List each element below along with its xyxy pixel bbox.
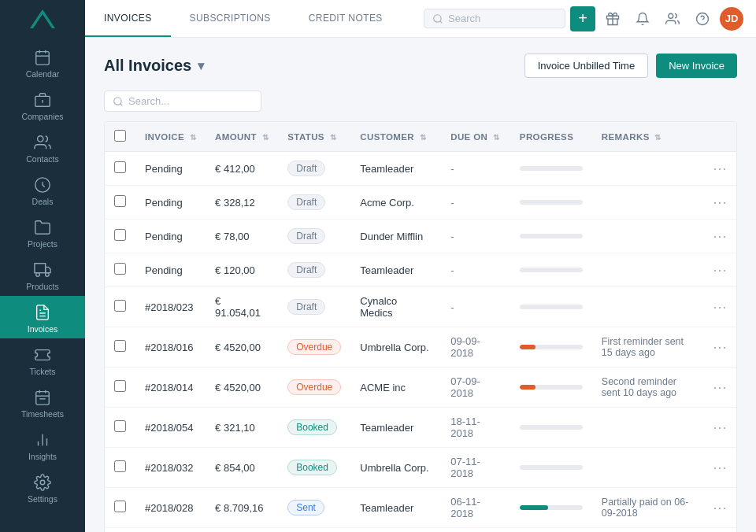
row-customer: Umbrella Corp. (350, 327, 441, 368)
row-progress (510, 408, 592, 448)
row-checkbox[interactable] (114, 229, 126, 241)
row-checkbox[interactable] (114, 501, 126, 512)
row-checkbox-cell[interactable] (105, 528, 135, 533)
th-progress[interactable]: PROGRESS (510, 122, 592, 152)
sidebar-item-contacts[interactable]: Contacts (0, 126, 85, 168)
row-menu-button[interactable]: ⋯ (703, 448, 736, 488)
row-checkbox-cell[interactable] (105, 287, 135, 327)
row-checkbox-cell[interactable] (105, 368, 135, 408)
th-customer[interactable]: CUSTOMER ⇅ (350, 122, 441, 152)
page-header: All Invoices ▾ Invoice Unbilled Time New… (104, 54, 737, 78)
row-checkbox-cell[interactable] (105, 253, 135, 287)
help-icon-button[interactable] (690, 6, 715, 31)
insights-icon (34, 431, 51, 449)
row-checkbox[interactable] (114, 195, 126, 207)
th-due-on[interactable]: DUE ON ⇅ (441, 122, 510, 152)
select-all-checkbox[interactable] (114, 130, 126, 142)
row-amount: € 328,12 (206, 186, 278, 220)
row-customer: ACME inc (350, 368, 441, 408)
sidebar-item-companies[interactable]: Companies (0, 83, 85, 126)
row-menu-button[interactable]: ⋯ (703, 220, 736, 253)
row-progress (510, 368, 592, 408)
th-invoice[interactable]: INVOICE ⇅ (135, 122, 206, 152)
bell-icon-button[interactable] (630, 6, 655, 31)
row-checkbox[interactable] (114, 263, 126, 275)
calendar-icon (34, 49, 51, 66)
th-amount[interactable]: AMOUNT ⇅ (206, 122, 278, 152)
row-checkbox-cell[interactable] (105, 152, 135, 186)
row-remarks: Second reminder sent 10 days ago (592, 368, 703, 408)
row-checkbox[interactable] (114, 460, 126, 472)
sidebar-item-timesheets[interactable]: Timesheets (0, 381, 85, 423)
users-icon-button[interactable] (660, 6, 685, 31)
svg-marker-11 (46, 267, 50, 272)
invoice-search-input[interactable] (128, 95, 246, 107)
bell-icon (636, 12, 650, 26)
row-status: Draft (278, 220, 350, 253)
tab-credit-notes[interactable]: CREDIT NOTES (290, 0, 402, 37)
sidebar-item-tickets[interactable]: Tickets (0, 338, 85, 381)
filter-search-icon (113, 96, 124, 107)
row-due-on: 18-11-2018 (441, 408, 510, 448)
invoice-search-bar[interactable] (104, 91, 261, 112)
row-checkbox[interactable] (114, 340, 126, 352)
row-due-on: 07-09-2018 (441, 368, 510, 408)
row-checkbox[interactable] (114, 420, 126, 432)
th-status[interactable]: STATUS ⇅ (278, 122, 350, 152)
row-progress (510, 488, 592, 528)
row-remarks (592, 448, 703, 488)
user-avatar[interactable]: JD (720, 7, 743, 31)
invoice-unbilled-time-button[interactable]: Invoice Unbilled Time (524, 54, 649, 78)
sidebar-item-products[interactable]: Products (0, 253, 85, 296)
page-title[interactable]: All Invoices ▾ (104, 57, 204, 75)
sidebar-item-projects[interactable]: Projects (0, 211, 85, 253)
row-status: Overdue (278, 368, 350, 408)
row-menu-button[interactable]: ⋯ (703, 488, 736, 528)
row-checkbox-cell[interactable] (105, 220, 135, 253)
row-menu-button[interactable]: ⋯ (703, 368, 736, 408)
row-checkbox-cell[interactable] (105, 186, 135, 220)
row-progress (510, 186, 592, 220)
sidebar-item-calendar[interactable]: Calendar (0, 41, 85, 83)
row-checkbox-cell[interactable] (105, 448, 135, 488)
row-checkbox[interactable] (114, 161, 126, 173)
row-remarks: First reminder sent 15 days ago (592, 327, 703, 368)
row-checkbox[interactable] (114, 300, 126, 312)
row-checkbox-cell[interactable] (105, 327, 135, 368)
progress-bar-container (520, 305, 583, 309)
new-invoice-button[interactable]: New Invoice (656, 54, 737, 78)
row-status: Draft (278, 152, 350, 186)
row-due-on: 09-09-2018 (441, 327, 510, 368)
row-menu-button[interactable]: ⋯ (703, 287, 736, 327)
add-button[interactable]: + (570, 6, 595, 31)
sidebar-item-invoices[interactable]: Invoices (0, 296, 85, 338)
row-menu-button[interactable]: ⋯ (703, 408, 736, 448)
sidebar-item-deals[interactable]: Deals (0, 168, 85, 211)
tab-invoices[interactable]: INVOICES (85, 0, 171, 37)
status-badge: Overdue (287, 379, 341, 395)
global-search-bar[interactable] (424, 9, 565, 28)
row-menu-button[interactable]: ⋯ (703, 327, 736, 368)
row-checkbox-cell[interactable] (105, 408, 135, 448)
sidebar-logo[interactable] (0, 0, 85, 41)
gift-icon-button[interactable] (600, 6, 625, 31)
invoice-table: INVOICE ⇅ AMOUNT ⇅ STATUS ⇅ CUSTOMER ⇅ D… (104, 121, 737, 532)
sidebar-item-settings[interactable]: Settings (0, 466, 85, 508)
svg-rect-2 (36, 52, 50, 65)
row-menu-button[interactable]: ⋯ (703, 253, 736, 287)
table-row: #2018/014 € 4520,00 Overdue ACME inc 07-… (105, 368, 736, 408)
row-customer: Cynalco Medics (350, 287, 441, 327)
th-remarks[interactable]: REMARKS ⇅ (592, 122, 703, 152)
row-checkbox[interactable] (114, 380, 126, 392)
th-select-all[interactable] (105, 122, 135, 152)
global-search-input[interactable] (448, 13, 550, 24)
tab-subscriptions[interactable]: SUBSCRIPTIONS (171, 0, 290, 37)
progress-bar-container (520, 200, 583, 205)
row-menu-button[interactable]: ⋯ (703, 186, 736, 220)
row-checkbox-cell[interactable] (105, 488, 135, 528)
row-menu-button[interactable]: ⋯ (703, 152, 736, 186)
row-amount: € 4520,00 (206, 327, 278, 368)
sidebar-item-insights[interactable]: Insights (0, 423, 85, 466)
table-row: Pending € 78,00 Draft Dunder Mifflin - ⋯ (105, 220, 736, 253)
row-menu-button[interactable]: ⋯ (703, 528, 736, 533)
